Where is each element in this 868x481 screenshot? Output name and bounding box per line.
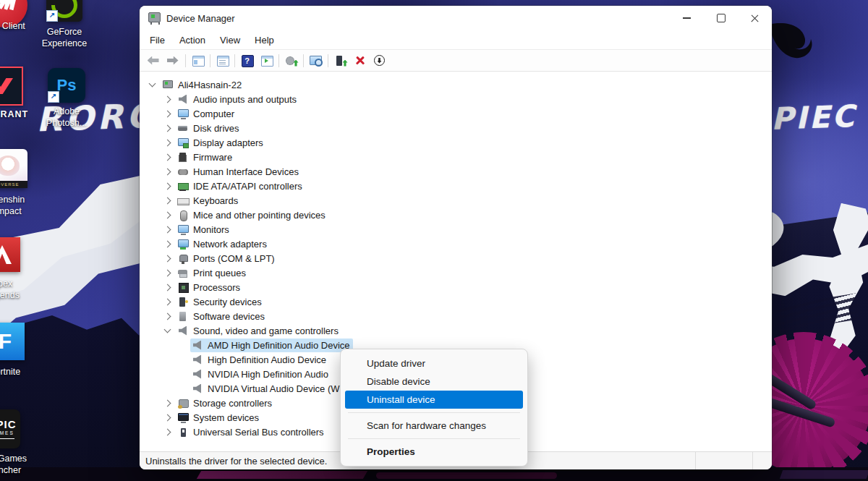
toolbar-separator (328, 54, 328, 67)
title-bar[interactable]: Device Manager (140, 6, 772, 30)
chevron-down-icon[interactable] (164, 326, 171, 333)
desktop-icon-label-line: GeForce (20, 26, 109, 38)
tree-item-entry[interactable]: Keyboards (176, 194, 241, 208)
tree-item-entry[interactable]: Firmware (176, 150, 235, 164)
adobe-photoshop-icon[interactable]: Ps (48, 68, 85, 103)
context-menu-item-uninstall-device[interactable]: Uninstall device (345, 391, 523, 409)
menubar-item-view[interactable]: View (213, 33, 247, 48)
chevron-right-icon[interactable] (164, 298, 171, 305)
chevron-right-icon[interactable] (164, 269, 171, 276)
tree-item-entry[interactable]: Disk drives (176, 122, 242, 135)
tree-item-entry[interactable]: Print queues (176, 266, 249, 280)
software-icon (177, 311, 189, 322)
context-menu-item-properties[interactable]: Properties (345, 443, 523, 461)
disable-device-button[interactable] (370, 51, 389, 69)
chevron-right-icon[interactable] (164, 168, 171, 175)
printer-icon (177, 268, 189, 278)
desktop-icon-label[interactable]: Fortnite (0, 366, 50, 378)
tree-item-label: Firmware (193, 152, 232, 163)
desktop-icon-label[interactable]: GeForceExperience (20, 26, 109, 50)
valorant-icon[interactable] (0, 67, 23, 106)
wallpaper-magenta-streak (197, 471, 367, 479)
desktop-icon-label[interactable]: GenshinImpact (0, 194, 53, 218)
tree-item-entry[interactable]: Ali4Hasnain-22 (161, 78, 244, 92)
chevron-right-icon[interactable] (164, 211, 171, 218)
chevron-right-icon[interactable] (164, 255, 171, 262)
epic-games-launcher-icon[interactable]: EPICGAMES (0, 409, 20, 448)
tree-item-entry[interactable]: NVIDIA High Definition Audio (190, 367, 331, 381)
back-button[interactable] (144, 51, 163, 69)
back-icon (147, 55, 161, 67)
tree-item-entry[interactable]: Ports (COM & LPT) (176, 252, 278, 265)
uninstall-device-button[interactable] (350, 51, 370, 69)
chevron-right-icon[interactable] (164, 197, 171, 204)
tree-item-entry[interactable]: Universal Serial Bus controllers (176, 425, 327, 439)
processor-icon (177, 282, 189, 293)
tree-row: Processors (140, 280, 772, 294)
chevron-right-icon[interactable] (164, 124, 171, 132)
desktop-icon-label[interactable]: Epic GamesLauncher (0, 453, 47, 477)
show-hide-console-tree-button[interactable] (188, 51, 208, 69)
update-driver-software-button[interactable] (281, 51, 301, 69)
chevron-right-icon[interactable] (164, 95, 171, 103)
maximize-button[interactable] (704, 6, 738, 30)
desktop-icon-label[interactable]: ApexLegends (0, 278, 47, 302)
menubar-item-help[interactable]: Help (247, 33, 281, 48)
apex-legends-logo-shape (0, 245, 12, 264)
chevron-right-icon[interactable] (164, 312, 171, 320)
chevron-right-icon[interactable] (164, 153, 171, 161)
tree-item-entry[interactable]: Security devices (176, 295, 265, 309)
menubar-item-file[interactable]: File (142, 33, 172, 48)
tree-item-entry[interactable]: Display adapters (176, 136, 266, 150)
tree-item-entry[interactable]: Processors (176, 281, 243, 294)
tree-item-entry[interactable]: Storage controllers (176, 396, 275, 410)
properties-button[interactable] (213, 51, 232, 69)
tree-row: Disk drives (140, 121, 772, 135)
chevron-down-icon[interactable] (149, 80, 156, 88)
context-menu-item-disable-device[interactable]: Disable device (345, 373, 523, 391)
apex-legends-icon[interactable] (0, 237, 20, 272)
tree-row: Ali4Hasnain-22 (140, 77, 772, 92)
context-menu-item-update-driver[interactable]: Update driver (345, 354, 523, 373)
chevron-right-icon[interactable] (164, 226, 171, 233)
tree-item-selected[interactable]: AMD High Definition Audio Device (190, 339, 353, 352)
tree-item-entry[interactable]: Sound, video and game controllers (176, 324, 341, 338)
tree-item-entry[interactable]: Audio inputs and outputs (176, 93, 299, 106)
tree-item-entry[interactable]: High Definition Audio Device (190, 353, 329, 367)
chevron-right-icon[interactable] (164, 240, 171, 247)
show-action-pane-button[interactable] (257, 51, 276, 69)
chevron-right-icon[interactable] (164, 110, 171, 117)
menubar-item-action[interactable]: Action (172, 33, 213, 48)
tree-item-entry[interactable]: NVIDIA Virtual Audio Device (W (190, 382, 343, 396)
tree-item-entry[interactable]: Computer (176, 107, 237, 121)
desktop-icon-label[interactable]: AdobePhotosh... (22, 106, 111, 129)
update-driver-button[interactable] (331, 51, 350, 69)
tree-item-entry[interactable]: Monitors (176, 223, 232, 237)
close-button[interactable] (738, 6, 772, 30)
device-manager-icon (162, 80, 174, 90)
tree-item-entry[interactable]: Network adapters (176, 237, 270, 251)
geforce-experience-icon[interactable] (46, 0, 82, 22)
chevron-right-icon[interactable] (164, 399, 171, 406)
minimize-button[interactable] (670, 6, 704, 30)
desktop-icon-label-line: Apex (0, 278, 47, 289)
help-button[interactable] (237, 51, 257, 69)
context-menu-item-scan-for-hardware-changes[interactable]: Scan for hardware changes (345, 417, 523, 435)
tree-item-entry[interactable]: Human Interface Devices (176, 165, 302, 179)
forward-button[interactable] (163, 51, 183, 69)
tree-item-entry[interactable]: Software devices (176, 310, 268, 323)
shortcut-arrow-icon (48, 91, 59, 103)
genshin-impact-icon[interactable]: OVERSE (0, 149, 27, 188)
tree-item-entry[interactable]: System devices (176, 411, 262, 425)
fortnite-icon[interactable]: F (0, 323, 25, 360)
tree-item-entry[interactable]: IDE ATA/ATAPI controllers (176, 179, 305, 193)
chevron-right-icon[interactable] (164, 414, 171, 421)
tree-item-label: Universal Serial Bus controllers (193, 427, 324, 438)
chevron-right-icon[interactable] (164, 284, 171, 291)
scan-for-hardware-changes-button[interactable] (306, 51, 326, 69)
chevron-right-icon[interactable] (164, 139, 171, 146)
chevron-right-icon[interactable] (164, 182, 171, 190)
tree-item-label: Storage controllers (193, 398, 272, 409)
tree-item-entry[interactable]: Mice and other pointing devices (176, 208, 328, 222)
chevron-right-icon[interactable] (164, 428, 171, 435)
